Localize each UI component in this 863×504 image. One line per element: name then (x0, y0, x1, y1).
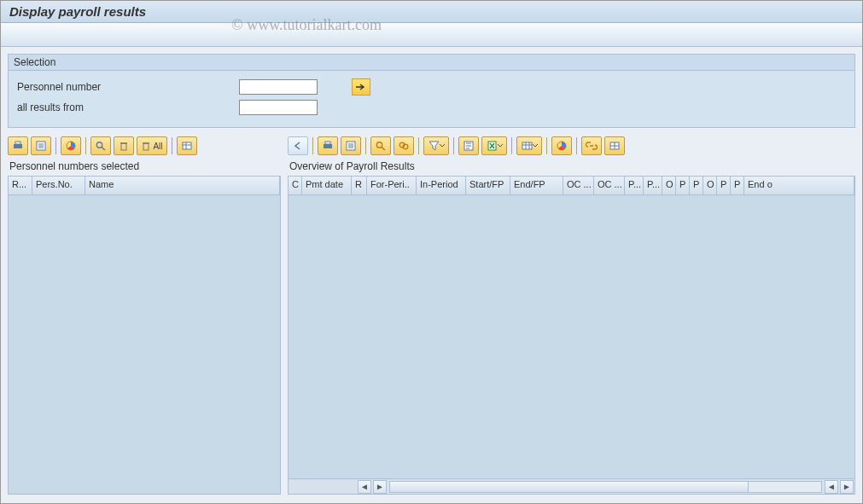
col-startfp[interactable]: Start/FP (466, 177, 510, 194)
scroll-track[interactable] (389, 481, 822, 493)
scroll-left-button[interactable]: ◄ (358, 480, 371, 494)
col-p6[interactable]: P (731, 177, 744, 194)
left-grid-body (9, 195, 280, 494)
svg-rect-10 (183, 142, 191, 149)
right-panel: Overview of Payroll Results C Pmt date R… (288, 136, 855, 495)
delete-all-button[interactable]: All (137, 136, 167, 155)
col-o2[interactable]: O (703, 177, 717, 194)
svg-rect-20 (464, 142, 473, 150)
find-button-r[interactable] (370, 136, 391, 155)
scroll-thumb[interactable] (390, 482, 749, 492)
all-results-from-input[interactable] (239, 100, 318, 115)
col-oc2[interactable]: OC ... (594, 177, 625, 194)
sum-button[interactable] (458, 136, 479, 155)
col-endfp[interactable]: End/FP (510, 177, 563, 194)
personnel-number-label: Personnel number (17, 81, 239, 93)
back-button[interactable] (288, 136, 308, 155)
svg-line-17 (382, 148, 385, 151)
right-toolbar (288, 136, 855, 155)
svg-rect-2 (37, 142, 45, 150)
selection-group-title: Selection (9, 55, 854, 71)
col-p5[interactable]: P (717, 177, 731, 194)
link-button[interactable] (581, 136, 602, 155)
multi-select-button[interactable] (352, 78, 370, 96)
filter-button[interactable] (423, 136, 449, 155)
col-p1[interactable]: P... (625, 177, 644, 194)
scroll-right-button[interactable]: ► (373, 480, 387, 494)
col-oc1[interactable]: OC ... (563, 177, 594, 194)
col-forperi[interactable]: For-Peri.. (367, 177, 417, 194)
left-panel-title: Personnel numbers selected (8, 159, 281, 176)
svg-point-26 (557, 142, 566, 150)
page-title: Display payroll results (1, 1, 862, 23)
chart-button-r[interactable] (551, 136, 572, 155)
layout-button[interactable] (177, 136, 197, 155)
all-results-from-label: all results from (17, 101, 239, 113)
export-button[interactable] (31, 136, 51, 155)
svg-rect-8 (143, 143, 149, 150)
app-toolbar (1, 23, 862, 47)
export-button-r[interactable] (341, 136, 361, 155)
svg-point-3 (67, 142, 75, 150)
col-inperiod[interactable]: In-Period (417, 177, 466, 194)
svg-point-18 (399, 142, 405, 148)
findnext-button[interactable] (394, 136, 414, 155)
find-button[interactable] (90, 136, 111, 155)
left-grid: R... Pers.No. Name (8, 176, 281, 495)
right-panel-title: Overview of Payroll Results (288, 159, 855, 176)
left-toolbar: All (8, 136, 281, 155)
col-r[interactable]: R (352, 177, 367, 194)
col-p3[interactable]: P (676, 177, 690, 194)
svg-rect-14 (325, 142, 330, 144)
scroll-right-end-button[interactable]: ► (840, 480, 854, 494)
col-endo[interactable]: End o (744, 177, 854, 194)
svg-line-5 (102, 148, 105, 151)
scroll-left-end-button[interactable]: ◄ (825, 480, 838, 494)
right-grid-body (289, 195, 854, 478)
col-p4[interactable]: P (690, 177, 703, 194)
col-pmtdate[interactable]: Pmt date (302, 177, 352, 194)
print-button[interactable] (8, 136, 28, 155)
col-p2[interactable]: P... (644, 177, 662, 194)
chart-button[interactable] (61, 136, 81, 155)
layout-button-r[interactable] (516, 136, 542, 155)
svg-rect-21 (488, 142, 496, 150)
svg-rect-27 (610, 142, 619, 149)
right-grid: C Pmt date R For-Peri.. In-Period Start/… (288, 176, 855, 495)
col-c[interactable]: C (289, 177, 302, 194)
selection-group: Selection Personnel number all results f… (8, 54, 855, 128)
left-col-name[interactable]: Name (85, 177, 280, 194)
personnel-number-input[interactable] (239, 79, 318, 95)
svg-rect-6 (121, 143, 126, 150)
svg-point-16 (376, 142, 382, 148)
excel-button[interactable] (481, 136, 507, 155)
left-col-r[interactable]: R... (9, 177, 32, 194)
print-button-r[interactable] (318, 136, 338, 155)
col-o1[interactable]: O (662, 177, 676, 194)
svg-rect-22 (522, 142, 532, 149)
svg-rect-1 (15, 142, 20, 144)
delete-button[interactable] (114, 136, 134, 155)
svg-point-4 (96, 142, 102, 148)
left-col-persno[interactable]: Pers.No. (32, 177, 85, 194)
left-panel: All Personnel numbers selected R... Pers… (8, 136, 281, 495)
svg-rect-0 (14, 144, 22, 148)
grid-button[interactable] (604, 136, 625, 155)
splitter-handle[interactable] (280, 313, 281, 354)
svg-point-19 (403, 144, 408, 149)
h-scrollbar[interactable]: ◄ ► ◄ ► (289, 478, 854, 494)
svg-rect-13 (324, 144, 332, 148)
svg-rect-15 (347, 142, 355, 150)
